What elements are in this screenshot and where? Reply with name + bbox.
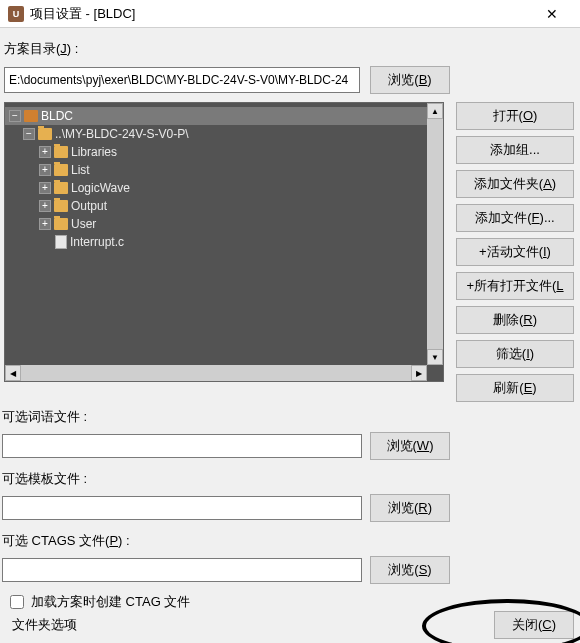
project-icon [24,110,38,122]
browse-button-r[interactable]: 浏览(R) [370,494,450,522]
expand-icon[interactable]: + [39,182,51,194]
tree-file-label: Interrupt.c [70,235,124,249]
tree-item-label: User [71,217,96,231]
folder-icon [54,182,68,194]
folder-icon [54,164,68,176]
scroll-down-icon[interactable]: ▼ [427,349,443,365]
close-button[interactable]: 关闭(C) [494,611,574,639]
tree-folder[interactable]: + List [5,161,443,179]
tree-item-label: Output [71,199,107,213]
tree-item-label: LogicWave [71,181,130,195]
add-group-button[interactable]: 添加组... [456,136,574,164]
tree-folder[interactable]: + Libraries [5,143,443,161]
window-title: 项目设置 - [BLDC] [30,5,532,23]
scroll-up-icon[interactable]: ▲ [427,103,443,119]
active-file-button[interactable]: +活动文件(I) [456,238,574,266]
opt-template-file-input[interactable] [2,496,362,520]
expand-icon[interactable]: + [39,146,51,158]
opt-word-file-label: 可选词语文件 : [0,402,580,428]
opt-template-file-label: 可选模板文件 : [0,464,580,490]
tree-folder[interactable]: + LogicWave [5,179,443,197]
expand-icon[interactable]: + [39,218,51,230]
filter-button[interactable]: 筛选(I) [456,340,574,368]
app-icon: U [8,6,24,22]
scheme-dir-input[interactable] [4,67,360,93]
project-tree[interactable]: − BLDC − ..\MY-BLDC-24V-S-V0-P\ + Librar… [4,102,444,382]
add-folder-button[interactable]: 添加文件夹(A) [456,170,574,198]
scroll-left-icon[interactable]: ◀ [5,365,21,381]
scroll-right-icon[interactable]: ▶ [411,365,427,381]
titlebar: U 项目设置 - [BLDC] ✕ [0,0,580,28]
add-file-button[interactable]: 添加文件(F)... [456,204,574,232]
tree-item-label: List [71,163,90,177]
browse-button-b[interactable]: 浏览(B) [370,66,450,94]
all-open-files-button[interactable]: +所有打开文件(L [456,272,574,300]
expand-icon[interactable]: + [39,200,51,212]
tree-folder-label: ..\MY-BLDC-24V-S-V0-P\ [55,127,189,141]
collapse-icon[interactable]: − [9,110,21,122]
browse-button-w[interactable]: 浏览(W) [370,432,450,460]
tree-file[interactable]: Interrupt.c [5,233,443,251]
opt-word-file-input[interactable] [2,434,362,458]
tree-item-label: Libraries [71,145,117,159]
window-close-button[interactable]: ✕ [532,0,572,28]
opt-ctags-file-input[interactable] [2,558,362,582]
refresh-button[interactable]: 刷新(E) [456,374,574,402]
scroll-track[interactable] [21,365,411,381]
tree-vertical-scrollbar[interactable]: ▲ ▼ [427,103,443,365]
tree-folder[interactable]: − ..\MY-BLDC-24V-S-V0-P\ [5,125,443,143]
tree-root[interactable]: − BLDC [5,107,443,125]
scroll-track[interactable] [427,119,443,349]
expand-icon[interactable]: + [39,164,51,176]
opt-ctags-file-label: 可选 CTAGS 文件(P) : [0,526,580,552]
delete-button[interactable]: 删除(R) [456,306,574,334]
folder-options-label: 文件夹选项 [0,614,580,636]
load-ctag-checkbox[interactable] [10,595,24,609]
load-ctag-label: 加载方案时创建 CTAG 文件 [31,593,190,611]
folder-icon [54,146,68,158]
file-icon [55,235,67,249]
tree-folder[interactable]: + User [5,215,443,233]
folder-icon [38,128,52,140]
scheme-dir-label: 方案目录(J) : [0,36,580,62]
tree-horizontal-scrollbar[interactable]: ◀ ▶ [5,365,427,381]
tree-folder[interactable]: + Output [5,197,443,215]
open-button[interactable]: 打开(O) [456,102,574,130]
collapse-icon[interactable]: − [23,128,35,140]
folder-icon [54,218,68,230]
tree-root-label: BLDC [41,109,73,123]
browse-button-s[interactable]: 浏览(S) [370,556,450,584]
folder-icon [54,200,68,212]
